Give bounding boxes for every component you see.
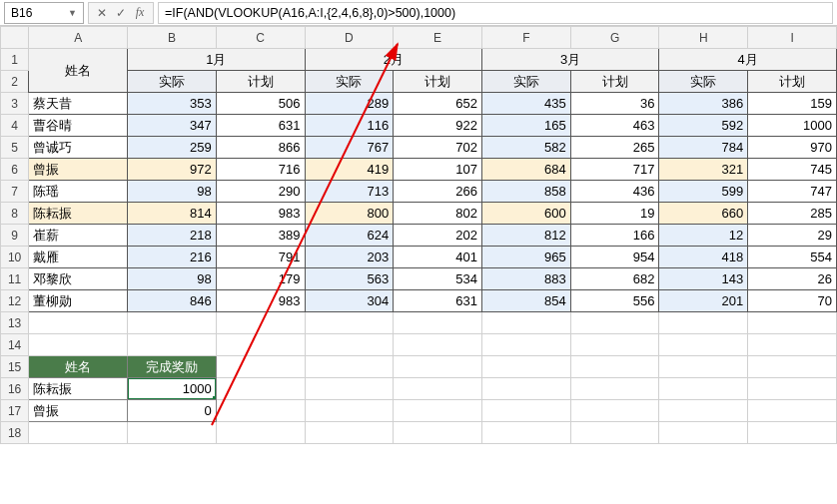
cell[interactable] [216, 400, 305, 422]
fx-icon[interactable]: fx [131, 5, 149, 20]
data-cell[interactable]: 506 [216, 93, 305, 115]
data-cell[interactable]: 290 [216, 181, 305, 203]
data-cell[interactable]: 201 [659, 290, 748, 312]
data-cell[interactable]: 702 [394, 137, 482, 159]
cell[interactable] [659, 422, 748, 444]
cell[interactable] [570, 356, 659, 378]
data-cell[interactable]: 435 [481, 93, 570, 115]
cell[interactable] [305, 400, 394, 422]
data-cell[interactable]: 179 [216, 268, 305, 290]
data-cell[interactable]: 285 [748, 203, 837, 225]
cell[interactable] [570, 378, 659, 400]
header-month[interactable]: 2月 [305, 49, 481, 71]
data-cell[interactable]: 202 [394, 225, 482, 247]
data-cell[interactable]: 304 [305, 290, 394, 312]
data-cell[interactable]: 846 [128, 290, 217, 312]
data-cell[interactable]: 259 [128, 137, 217, 159]
row-header[interactable]: 10 [1, 247, 29, 268]
mini-name-cell[interactable]: 曾振 [29, 400, 128, 422]
header-plan[interactable]: 计划 [216, 71, 305, 93]
name-cell[interactable]: 曾振 [29, 159, 128, 181]
name-cell[interactable]: 蔡天昔 [29, 93, 128, 115]
cell[interactable] [128, 312, 217, 334]
row-header[interactable]: 4 [1, 115, 29, 137]
data-cell[interactable]: 98 [128, 181, 217, 203]
data-cell[interactable]: 534 [394, 268, 482, 290]
cell[interactable] [481, 334, 570, 356]
row-header[interactable]: 8 [1, 203, 29, 225]
cell[interactable] [394, 334, 482, 356]
data-cell[interactable]: 347 [128, 115, 217, 137]
cell[interactable] [570, 312, 659, 334]
data-cell[interactable]: 954 [570, 247, 659, 268]
row-header[interactable]: 15 [1, 356, 29, 378]
data-cell[interactable]: 812 [481, 225, 570, 247]
row-header[interactable]: 7 [1, 181, 29, 203]
data-cell[interactable]: 814 [128, 203, 217, 225]
data-cell[interactable]: 784 [659, 137, 748, 159]
name-cell[interactable]: 戴雁 [29, 247, 128, 268]
data-cell[interactable]: 159 [748, 93, 837, 115]
cell[interactable] [659, 312, 748, 334]
row-header[interactable]: 14 [1, 334, 29, 356]
data-cell[interactable]: 791 [216, 247, 305, 268]
data-cell[interactable]: 165 [481, 115, 570, 137]
data-cell[interactable]: 29 [748, 225, 837, 247]
data-cell[interactable]: 684 [481, 159, 570, 181]
row-header[interactable]: 1 [1, 49, 29, 71]
data-cell[interactable]: 716 [216, 159, 305, 181]
cell[interactable] [570, 422, 659, 444]
data-cell[interactable]: 858 [481, 181, 570, 203]
data-cell[interactable]: 599 [659, 181, 748, 203]
cell[interactable] [216, 378, 305, 400]
data-cell[interactable]: 717 [570, 159, 659, 181]
data-cell[interactable]: 389 [216, 225, 305, 247]
cell[interactable] [748, 378, 837, 400]
data-cell[interactable]: 386 [659, 93, 748, 115]
cell[interactable] [481, 378, 570, 400]
cell[interactable] [216, 312, 305, 334]
data-cell[interactable]: 682 [570, 268, 659, 290]
mini-value-cell[interactable]: 1000 [128, 378, 217, 400]
cell[interactable] [216, 334, 305, 356]
cell[interactable] [128, 334, 217, 356]
cell[interactable] [394, 312, 482, 334]
data-cell[interactable]: 600 [481, 203, 570, 225]
cell[interactable] [659, 378, 748, 400]
data-cell[interactable]: 631 [216, 115, 305, 137]
data-cell[interactable]: 854 [481, 290, 570, 312]
data-cell[interactable]: 216 [128, 247, 217, 268]
cell[interactable] [748, 422, 837, 444]
data-cell[interactable]: 972 [128, 159, 217, 181]
data-cell[interactable]: 12 [659, 225, 748, 247]
cell[interactable] [659, 334, 748, 356]
cell[interactable] [305, 312, 394, 334]
data-cell[interactable]: 983 [216, 290, 305, 312]
data-cell[interactable]: 767 [305, 137, 394, 159]
data-cell[interactable]: 965 [481, 247, 570, 268]
name-cell[interactable]: 曹谷晴 [29, 115, 128, 137]
mini-header-bonus[interactable]: 完成奖励 [128, 356, 217, 378]
header-plan[interactable]: 计划 [394, 71, 482, 93]
data-cell[interactable]: 116 [305, 115, 394, 137]
data-cell[interactable]: 983 [216, 203, 305, 225]
cell[interactable] [748, 334, 837, 356]
header-plan[interactable]: 计划 [570, 71, 659, 93]
data-cell[interactable]: 592 [659, 115, 748, 137]
name-cell[interactable]: 崔薪 [29, 225, 128, 247]
data-cell[interactable]: 747 [748, 181, 837, 203]
cell[interactable] [394, 356, 482, 378]
data-cell[interactable]: 265 [570, 137, 659, 159]
col-header[interactable]: F [481, 27, 570, 49]
row-header[interactable]: 9 [1, 225, 29, 247]
header-month[interactable]: 1月 [128, 49, 305, 71]
data-cell[interactable]: 554 [748, 247, 837, 268]
col-header[interactable]: I [748, 27, 837, 49]
data-cell[interactable]: 143 [659, 268, 748, 290]
header-actual[interactable]: 实际 [128, 71, 217, 93]
row-header[interactable]: 12 [1, 290, 29, 312]
name-cell[interactable]: 董柳勋 [29, 290, 128, 312]
data-cell[interactable]: 401 [394, 247, 482, 268]
col-header[interactable]: G [570, 27, 659, 49]
name-cell[interactable]: 曾诚巧 [29, 137, 128, 159]
